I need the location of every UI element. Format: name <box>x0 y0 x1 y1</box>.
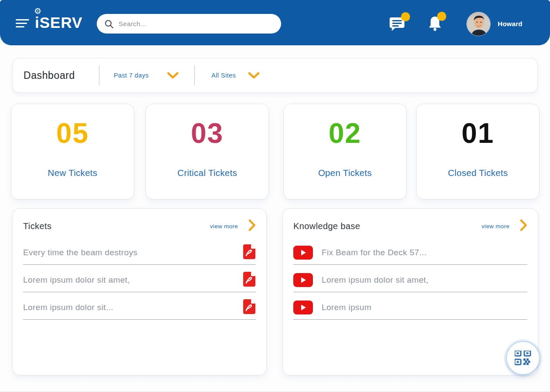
site-dropdown[interactable]: All Sites <box>211 72 260 79</box>
stat-value: 05 <box>56 117 89 149</box>
stat-card-closed-tickets[interactable]: 01 Closed Tickets <box>416 104 540 199</box>
stat-card-critical-tickets[interactable]: 03 Critical Tickets <box>146 104 269 199</box>
knowledge-list-item[interactable]: Lorem ipsum dolor sit amet, <box>293 265 527 292</box>
stat-value: 02 <box>329 117 361 149</box>
pdf-icon <box>243 244 256 260</box>
filter-bar: Dashboard Past 7 days All Sites <box>12 58 538 93</box>
stat-label: Open Tickets <box>318 168 372 178</box>
knowledge-base-panel: Knowledge base view more Fix Beam for th… <box>282 208 538 375</box>
knowledge-text: Fix Beam for the Deck 57... <box>322 248 527 257</box>
qr-code-button[interactable] <box>506 341 540 375</box>
notifications-badge <box>437 12 446 21</box>
stat-label: Closed Tickets <box>448 168 508 178</box>
qr-code-icon <box>515 351 531 365</box>
stat-value: 01 <box>462 117 494 149</box>
divider <box>194 65 195 85</box>
top-navbar: ⚙ iSERV <box>0 0 550 45</box>
hamburger-menu-icon[interactable] <box>16 19 30 29</box>
tickets-panel-title: Tickets <box>23 221 210 231</box>
stat-label: New Tickets <box>48 168 98 178</box>
chevron-down-icon <box>167 72 179 79</box>
ticket-text: Lorem ipsum dolor sit amet, <box>23 275 243 285</box>
chevron-right-icon[interactable] <box>520 219 527 233</box>
date-range-value: Past 7 days <box>114 72 149 79</box>
ticket-list-item[interactable]: Lorem ipsum dolor sit... <box>23 292 256 320</box>
search-icon <box>104 19 114 29</box>
logo-text: iSERV <box>35 14 82 31</box>
page-title: Dashboard <box>24 70 75 81</box>
knowledge-list-item[interactable]: Lorem ipsum <box>293 292 527 320</box>
knowledge-panel-title: Knowledge base <box>293 221 482 231</box>
gear-icon: ⚙ <box>34 7 41 15</box>
messages-button[interactable] <box>389 16 407 34</box>
messages-badge <box>401 12 410 21</box>
stat-card-open-tickets[interactable]: 02 Open Tickets <box>283 104 407 199</box>
chevron-right-icon[interactable] <box>248 219 256 233</box>
dashboard-page: ⚙ iSERV <box>0 0 550 392</box>
date-range-dropdown[interactable]: Past 7 days <box>114 72 179 79</box>
youtube-icon <box>293 301 313 314</box>
search-bar[interactable] <box>97 14 281 34</box>
ticket-text: Lorem ipsum dolor sit... <box>23 303 243 312</box>
notifications-button[interactable] <box>427 16 443 34</box>
youtube-icon <box>293 246 313 260</box>
knowledge-view-more-link[interactable]: view more <box>482 223 509 230</box>
youtube-icon <box>293 273 313 287</box>
knowledge-text: Lorem ipsum <box>322 303 527 312</box>
search-input[interactable] <box>119 20 274 27</box>
ticket-list-item[interactable]: Every time the beam destroys <box>23 237 256 265</box>
ticket-text: Every time the beam destroys <box>23 248 243 257</box>
pdf-icon <box>243 299 256 314</box>
ticket-list-item[interactable]: Lorem ipsum dolor sit amet, <box>23 265 256 292</box>
stat-card-new-tickets[interactable]: 05 New Tickets <box>11 104 134 199</box>
user-name: Howard <box>498 20 523 27</box>
user-avatar[interactable] <box>466 12 491 36</box>
chevron-down-icon <box>248 72 260 79</box>
tickets-view-more-link[interactable]: view more <box>210 223 238 230</box>
app-logo: ⚙ iSERV <box>35 11 82 34</box>
stat-value: 03 <box>191 117 224 149</box>
pdf-icon <box>243 271 256 287</box>
knowledge-text: Lorem ipsum dolor sit amet, <box>322 275 527 285</box>
stat-label: Critical Tickets <box>177 168 237 178</box>
site-value: All Sites <box>211 72 236 79</box>
divider <box>99 65 99 85</box>
knowledge-list-item[interactable]: Fix Beam for the Deck 57... <box>293 237 527 265</box>
tickets-panel: Tickets view more Every time the beam de… <box>12 208 267 375</box>
